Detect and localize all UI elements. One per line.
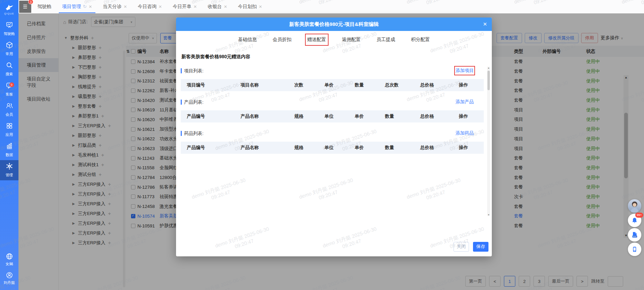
sidebar-item-刘丹懿[interactable]: 刘丹懿: [0, 269, 18, 288]
bird-logo-icon: [5, 4, 14, 12]
sidebar-item-label: 常用: [6, 51, 13, 57]
modal-title: 新客美肤套餐价格980元-项目&科室编辑: [289, 21, 379, 28]
column-次数: 次数: [290, 82, 320, 88]
添加产品-link[interactable]: 添加产品: [455, 98, 474, 106]
sidebar-item-label: 客服: [6, 92, 13, 97]
section-header: 药品列表:添加药品: [181, 129, 484, 137]
data-icon: [6, 142, 13, 150]
modal-footer: 关闭 保存: [176, 237, 492, 256]
close-tab-icon[interactable]: ✕: [124, 4, 127, 9]
scroll-down-icon[interactable]: ▼: [487, 214, 490, 216]
close-tab-icon[interactable]: ✕: [259, 4, 262, 9]
bell-count-badge: 99+: [635, 213, 643, 218]
modal-tab-积分配置[interactable]: 积分配置: [410, 34, 432, 45]
close-button[interactable]: 关闭: [454, 242, 469, 252]
section-header: 项目列表:添加项目: [181, 67, 484, 75]
refresh-icon[interactable]: ↻: [83, 4, 87, 9]
tab-label: 收银台: [208, 4, 222, 10]
app-logo[interactable]: QIQUE: [0, 0, 18, 19]
sidebar-item-会员[interactable]: 会员: [0, 100, 18, 120]
members-icon: [6, 102, 13, 109]
globe-icon: [6, 253, 13, 260]
modal-tab-基础信息[interactable]: 基础信息: [237, 34, 259, 45]
section-label: 项目列表:: [181, 68, 204, 73]
notification-bell[interactable]: 99+: [628, 214, 641, 227]
column-操作: 操作: [454, 113, 481, 119]
tab-label: 今日咨询: [138, 4, 157, 10]
column-操作: 操作: [454, 82, 481, 88]
collapse-menu-button[interactable]: ☰ 3: [19, 1, 31, 13]
sidebar-item-badge: 0: [9, 82, 14, 87]
sidebar-item-女娲[interactable]: 女娲: [0, 250, 18, 269]
sidebar-item-数据[interactable]: 数据: [0, 140, 18, 160]
modal-scrollbar[interactable]: ▲ ▼: [487, 67, 490, 216]
edit-package-modal: 新客美肤套餐价格980元-项目&科室编辑 ✕ 基础信息会员折扣赠送配置返佣配置员…: [176, 17, 492, 256]
sidebar-item-搜索[interactable]: 搜索: [0, 59, 18, 79]
sidebar-item-label: 女娲: [6, 261, 13, 266]
tab-label: 今日划扣: [238, 4, 257, 10]
column-单价: 单价: [350, 113, 380, 119]
sidebar-item-管理[interactable]: 管理: [0, 160, 18, 180]
phone-icon: [632, 246, 638, 252]
gift-content-title: 新客美肤套餐价格980元赠送内容: [181, 54, 484, 60]
column-操作: 操作: [454, 145, 481, 151]
top-tab-今日咨询[interactable]: 今日咨询✕: [132, 0, 167, 13]
app-root: QIQUE 驾驶舱常用搜索0客服会员应用数据管理 女娲刘丹懿 ☰ 3 驾驶舱项目…: [0, 0, 644, 290]
cube-icon: [6, 41, 13, 49]
modal-tab-会员折扣[interactable]: 会员折扣: [271, 34, 293, 45]
tab-label: 当天分诊: [103, 4, 122, 10]
section-label: 药品列表:: [181, 131, 204, 136]
添加项目-link[interactable]: 添加项目: [455, 67, 474, 75]
tab-label: 今日开单: [173, 4, 191, 10]
scroll-up-icon[interactable]: ▲: [487, 67, 490, 69]
assistant-avatar[interactable]: [628, 199, 641, 213]
top-tab-今日开单[interactable]: 今日开单✕: [167, 0, 202, 13]
close-tab-icon[interactable]: ✕: [224, 4, 227, 9]
modal-tab-返佣配置[interactable]: 返佣配置: [340, 34, 362, 45]
column-数量: 数量: [380, 145, 416, 151]
column-总价格: 总价格: [416, 82, 454, 88]
scrollbar-thumb[interactable]: [487, 71, 490, 90]
top-tab-当天分诊[interactable]: 当天分诊✕: [97, 0, 132, 13]
sidebar-item-驾驶舱[interactable]: 驾驶舱: [0, 19, 18, 39]
添加药品-link[interactable]: 添加药品: [455, 129, 474, 137]
doc-widget[interactable]: DOC: [628, 228, 641, 242]
sidebar-item-常用[interactable]: 常用: [0, 39, 18, 59]
primary-sidebar: QIQUE 驾驶舱常用搜索0客服会员应用数据管理 女娲刘丹懿: [0, 0, 18, 290]
section-label: 产品列表:: [181, 100, 204, 105]
close-icon[interactable]: ✕: [483, 17, 487, 31]
top-tab-收银台[interactable]: 收银台✕: [202, 0, 232, 13]
top-tab-今日划扣[interactable]: 今日划扣✕: [232, 0, 267, 13]
dashboard-icon: [6, 21, 13, 29]
column-产品名称: 产品名称: [236, 145, 290, 151]
column-总价格: 总价格: [416, 145, 454, 151]
modal-tab-赠送配置[interactable]: 赠送配置: [306, 34, 328, 45]
user-icon: [6, 271, 13, 279]
sidebar-item-应用[interactable]: 应用: [0, 120, 18, 140]
section-table-header: 产品编号产品名称规格单位单价数量总价格操作: [181, 110, 484, 122]
modal-tab-员工提成[interactable]: 员工提成: [375, 34, 397, 45]
column-产品编号: 产品编号: [182, 145, 236, 151]
column-单价: 单价: [350, 145, 380, 151]
top-tab-驾驶舱[interactable]: 驾驶舱: [32, 0, 57, 13]
sidebar-item-客服[interactable]: 0客服: [0, 79, 18, 100]
close-tab-icon[interactable]: ✕: [89, 4, 92, 9]
close-tab-icon[interactable]: ✕: [159, 4, 162, 9]
floating-widgets: 99+ DOC: [628, 199, 641, 256]
close-tab-icon[interactable]: ✕: [194, 4, 197, 9]
column-项目名称: 项目名称: [236, 82, 290, 88]
column-数量: 数量: [350, 82, 380, 88]
section-header: 产品列表:添加产品: [181, 98, 484, 106]
search-icon: [6, 62, 13, 69]
save-button[interactable]: 保存: [473, 242, 488, 252]
column-产品名称: 产品名称: [236, 113, 290, 119]
column-规格: 规格: [290, 145, 320, 151]
top-tab-项目管理[interactable]: 项目管理↻✕: [57, 0, 97, 13]
apps-icon: [6, 122, 13, 130]
svg-text:DOC: DOC: [633, 235, 637, 238]
column-产品编号: 产品编号: [182, 113, 236, 119]
sidebar-item-label: 管理: [6, 173, 13, 178]
logo-text: QIQUE: [4, 12, 14, 15]
mobile-widget[interactable]: [628, 243, 641, 256]
tab-label: 驾驶舱: [37, 4, 51, 10]
